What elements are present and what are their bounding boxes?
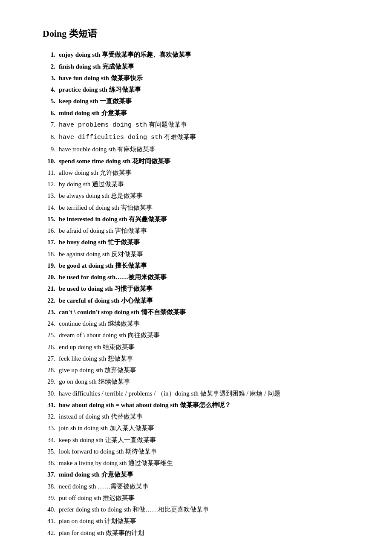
item-number: 19. [43, 260, 59, 271]
list-item: 10.spend some time doing sth 花时间做某事 [43, 156, 358, 167]
list-item: 11.allow doing sth 允许做某事 [43, 167, 358, 178]
item-number: 15. [43, 214, 59, 225]
list-item: 26.end up doing sth 结束做某事 [43, 341, 358, 353]
item-number: 4. [43, 84, 59, 95]
item-number: 5. [43, 95, 59, 107]
item-number: 3. [43, 72, 59, 84]
item-text: be busy doing sth 忙于做某事 [59, 237, 358, 248]
item-number: 1. [43, 49, 59, 60]
item-text: be terrified of doing sth 害怕做某事 [59, 202, 358, 213]
list-item: 12.by doing sth 通过做某事 [43, 179, 358, 190]
item-number: 32. [43, 411, 59, 422]
list-item: 5.keep doing sth 一直做某事 [43, 95, 358, 107]
item-text: prefer doing sth to doing sth 和做……相比更喜欢做… [59, 504, 358, 515]
item-number: 22. [43, 295, 59, 306]
item-text: be good at doing sth 擅长做某事 [59, 260, 358, 271]
item-text: be always doing sth 总是做某事 [59, 190, 358, 201]
list-item: 13.be always doing sth 总是做某事 [43, 190, 358, 201]
item-text: have fun doing sth 做某事快乐 [59, 72, 358, 84]
list-item: 4.practice doing sth 练习做某事 [43, 84, 358, 95]
item-number: 8. [43, 131, 59, 142]
list-item: 38.need doing sth ……需要被做某事 [43, 481, 358, 492]
item-number: 31. [43, 399, 59, 410]
list-item: 34.keep sb doing sth 让某人一直做某事 [43, 434, 358, 445]
list-item: 23.can't \ couldn't stop doing sth 情不自禁做… [43, 306, 358, 318]
item-text: can't \ couldn't stop doing sth 情不自禁做某事 [59, 306, 358, 318]
item-number: 14. [43, 202, 59, 213]
list-item: 29.go on dong sth 继续做某事 [43, 376, 358, 387]
item-number: 23. [43, 306, 59, 318]
item-number: 40. [43, 504, 59, 515]
item-text: practice doing sth 练习做某事 [59, 84, 358, 95]
item-number: 7. [43, 119, 59, 130]
page-title: Doing 类短语 [43, 26, 358, 41]
list-item: 28.give up doing sth 放弃做某事 [43, 364, 358, 376]
item-text: mind doing sth 介意某事 [59, 107, 358, 119]
item-text: end up doing sth 结束做某事 [59, 341, 358, 353]
item-text: be afraid of doing sth 害怕做某事 [59, 225, 358, 236]
list-item: 21.be used to doing sth 习惯于做某事 [43, 283, 358, 294]
item-number: 21. [43, 283, 59, 294]
item-number: 18. [43, 249, 59, 260]
list-item: 7.have problems doing sth 有问题做某事 [43, 119, 358, 131]
list-item: 24.continue doing sth 继续做某事 [43, 318, 358, 329]
item-number: 38. [43, 481, 59, 492]
item-text: feek like doing sth 想做某事 [59, 353, 358, 364]
item-text: go on dong sth 继续做某事 [59, 376, 358, 387]
item-text: continue doing sth 继续做某事 [59, 318, 358, 329]
item-number: 13. [43, 190, 59, 201]
item-text: look forward to doing sth 期待做某事 [59, 446, 358, 457]
list-item: 15.be interested in doing sth 有兴趣做某事 [43, 214, 358, 225]
list-item: 8.have difficulties doing sth 有难做某事 [43, 131, 358, 143]
item-text: spend some time doing sth 花时间做某事 [59, 156, 358, 167]
item-text: by doing sth 通过做某事 [59, 179, 358, 190]
list-item: 33.join sb in doing sth 加入某人做某事 [43, 422, 358, 434]
item-text: make a living by doing sth 通过做某事维生 [59, 457, 358, 468]
item-text: put off doing sth 推迟做某事 [59, 492, 358, 503]
item-number: 26. [43, 341, 59, 353]
item-text: plan for doing sth 做某事的计划 [59, 527, 358, 538]
item-number: 35. [43, 446, 59, 457]
item-text: mind doing sth 介意做某事 [59, 469, 358, 480]
item-text: be against doing sth 反对做某事 [59, 249, 358, 260]
list-item: 2.finish doing sth 完成做某事 [43, 61, 358, 72]
list-item: 1.enjoy doing sth 享受做某事的乐趣、喜欢做某事 [43, 49, 358, 60]
list-item: 18.be against doing sth 反对做某事 [43, 249, 358, 260]
list-item: 6.mind doing sth 介意某事 [43, 107, 358, 119]
item-number: 16. [43, 225, 59, 236]
item-number: 6. [43, 107, 59, 119]
list-item: 32.instead of doing sth 代替做某事 [43, 411, 358, 422]
item-text: keep doing sth 一直做某事 [59, 95, 358, 107]
list-item: 14.be terrified of doing sth 害怕做某事 [43, 202, 358, 213]
item-number: 2. [43, 61, 59, 72]
list-item: 35.look forward to doing sth 期待做某事 [43, 446, 358, 457]
list-item: 36.make a living by doing sth 通过做某事维生 [43, 457, 358, 468]
list-item: 31.how about doing sth = what about doin… [43, 399, 358, 410]
item-number: 17. [43, 237, 59, 248]
item-text: need doing sth ……需要被做某事 [59, 481, 358, 492]
item-number: 37. [43, 469, 59, 480]
item-number: 42. [43, 527, 59, 538]
item-number: 34. [43, 434, 59, 445]
list-item: 41.plan on doing sth 计划做某事 [43, 515, 358, 526]
item-number: 9. [43, 144, 59, 155]
item-number: 20. [43, 272, 59, 283]
list-item: 22.be careful of doing sth 小心做某事 [43, 295, 358, 306]
list-item: 30.have difficulties / terrible / proble… [43, 388, 358, 399]
list-item: 16.be afraid of doing sth 害怕做某事 [43, 225, 358, 236]
item-number: 29. [43, 376, 59, 387]
list-item: 9.have trouble doing sth 有麻烦做某事 [43, 144, 358, 155]
item-text: be careful of doing sth 小心做某事 [59, 295, 358, 306]
list-item: 40.prefer doing sth to doing sth 和做……相比更… [43, 504, 358, 515]
item-text: have problems doing sth 有问题做某事 [59, 119, 358, 131]
item-text: be used for doing sth……被用来做某事 [59, 272, 358, 283]
list-item: 37.mind doing sth 介意做某事 [43, 469, 358, 480]
item-number: 30. [43, 388, 59, 399]
item-text: join sb in doing sth 加入某人做某事 [59, 422, 358, 434]
item-number: 12. [43, 179, 59, 190]
item-text: have difficulties / terrible / problems … [59, 388, 358, 399]
list-item: 19.be good at doing sth 擅长做某事 [43, 260, 358, 271]
item-text: plan on doing sth 计划做某事 [59, 515, 358, 526]
item-text: dream of \ about doing sth 向往做某事 [59, 330, 358, 341]
item-number: 11. [43, 167, 59, 178]
